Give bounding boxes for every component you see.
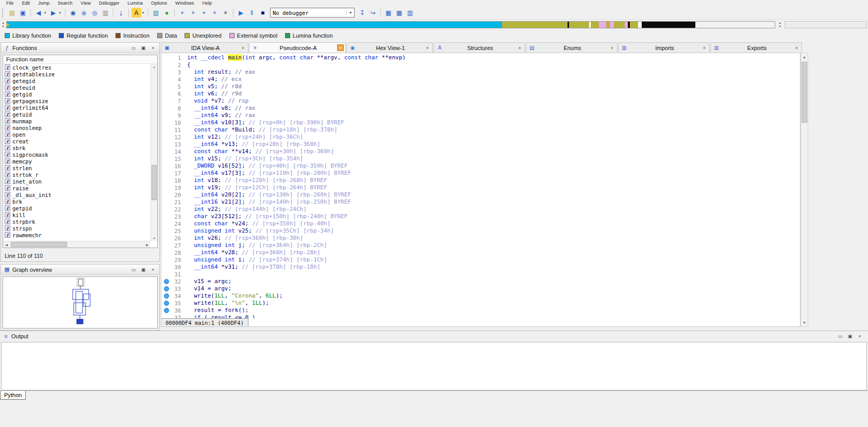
tab-ida-view-a[interactable]: ▣IDA View-A× [161, 42, 248, 53]
function-list-item-raise[interactable]: fraise [3, 185, 151, 191]
search-binary-icon[interactable]: ◎ [90, 8, 99, 18]
open-windows-icon[interactable]: ▦ [383, 8, 393, 18]
code-line-11[interactable]: 11 const char *Build; // [rsp+18h] [rbp-… [161, 126, 800, 134]
code-line-15[interactable]: 15 int v15; // [rsp+3Ch] [rbp-354h] [161, 155, 800, 162]
function-list-item-rawmemchr[interactable]: frawmemchr [3, 232, 151, 238]
pseudocode-vscrollbar[interactable]: ▲ ▼ [800, 53, 808, 327]
tab-close-icon[interactable]: × [516, 44, 523, 51]
code-line-10[interactable]: 10 __int64 v10[3]; // [rsp+0h] [rbp-390h… [161, 119, 800, 126]
python-tab[interactable]: Python [0, 391, 26, 400]
tiny-up-icon[interactable]: ▴ [779, 21, 780, 25]
highlight-more-icon[interactable]: ▾ [141, 8, 145, 18]
jump-forward-icon[interactable]: ▶ [48, 8, 58, 18]
navband-segment-0[interactable] [7, 22, 502, 28]
menu-item-file[interactable]: File [2, 0, 18, 6]
tab-hex-view-1[interactable]: ◉Hex View-1× [346, 42, 433, 53]
toolbar-drag-handle[interactable] [2, 8, 5, 18]
function-list-hscroll-track[interactable] [10, 241, 144, 248]
function-list-item-inet-aton[interactable]: finet_aton [3, 178, 151, 185]
print-icon[interactable]: ▥ [101, 8, 110, 18]
menu-item-options[interactable]: Options [147, 0, 171, 6]
code-line-6[interactable]: 6 int v6; // r9d [161, 90, 800, 97]
graph-overview-canvas[interactable] [3, 276, 158, 329]
breakpoint-dot[interactable] [164, 293, 169, 299]
code-line-28[interactable]: 28 __int64 *v28; // [rsp+368h] [rbp-28h] [161, 249, 800, 256]
function-list-item-getgid[interactable]: fgetgid [3, 91, 151, 97]
code-line-7[interactable]: 7 void *v7; // rsp [161, 97, 800, 105]
menu-item-edit[interactable]: Edit [18, 0, 35, 6]
function-list-item-kill[interactable]: fkill [3, 211, 151, 218]
code-line-32[interactable]: 32 v15 = argc; [161, 278, 800, 285]
function-list-item-sigprocmask[interactable]: fsigprocmask [3, 151, 151, 158]
debugger-start-icon[interactable]: ▶ [236, 8, 246, 18]
menu-item-help[interactable]: Help [198, 0, 216, 6]
function-list-hscroll-thumb[interactable] [11, 242, 67, 247]
function-list-item-getuid[interactable]: fgetuid [3, 111, 151, 118]
code-line-31[interactable]: 31 [161, 271, 800, 278]
navband[interactable] [6, 21, 775, 28]
breakpoint-dot[interactable] [164, 286, 169, 291]
breakpoint-dot[interactable] [164, 279, 169, 284]
navband-right-scroll[interactable]: ▴ ▾ [777, 20, 783, 29]
panel-float-button[interactable]: ▣ [139, 44, 147, 52]
scroll-right-icon[interactable]: ▶ [144, 241, 151, 248]
code-line-34[interactable]: 34 write(1LL, "Corona", 6LL); [161, 292, 800, 300]
code-line-27[interactable]: 27 unsigned int j; // [rsp+364h] [rbp-2C… [161, 242, 800, 249]
code-line-19[interactable]: 19 int v19; // [rsp+12Ch] [rbp-264h] BYR… [161, 184, 800, 191]
code-line-37[interactable]: 37 if ( result <= 0 ) [161, 314, 800, 318]
new-file-icon[interactable]: ▤ [7, 8, 17, 18]
tab-close-icon[interactable]: × [793, 44, 800, 51]
code-line-36[interactable]: 36 result = fork(); [161, 307, 800, 314]
function-list-item-strlen[interactable]: fstrlen [3, 165, 151, 171]
code-line-24[interactable]: 24 const char *v24; // [rsp+350h] [rbp-4… [161, 220, 800, 227]
navband-segment-5[interactable] [591, 22, 599, 28]
pseudocode-vscroll-thumb[interactable] [802, 62, 807, 123]
tab-close-icon[interactable]: × [609, 44, 615, 51]
menu-item-jump[interactable]: Jump [34, 0, 54, 6]
function-list-item-strspn[interactable]: fstrspn [3, 225, 151, 232]
jump-forward-more-icon[interactable]: ▾ [58, 8, 62, 18]
debugger-pause-icon[interactable]: ‖ [247, 8, 257, 18]
function-list-item-nanosleep[interactable]: fnanosleep [3, 124, 151, 131]
code-line-9[interactable]: 9 __int64 v9; // rax [161, 112, 800, 119]
search-names-icon[interactable]: ◉ [68, 8, 78, 18]
tiny-down-icon[interactable]: ▾ [779, 25, 780, 28]
function-list-hscrollbar[interactable]: ◀ ▶ [3, 241, 151, 248]
add-breakpoint-icon[interactable]: + [177, 8, 187, 18]
add-window-icon[interactable]: ▦ [394, 8, 404, 18]
function-list-item-getpagesize[interactable]: fgetpagesize [3, 97, 151, 104]
cancel-icon[interactable]: × [221, 8, 230, 18]
menu-item-view[interactable]: View [77, 0, 95, 6]
function-list-item-getpid[interactable]: fgetpid [3, 205, 151, 211]
breakpoint-dot[interactable] [164, 301, 169, 306]
function-list-item-getegid[interactable]: fgetegid [3, 77, 151, 84]
code-line-33[interactable]: 33 v14 = argv; [161, 285, 800, 292]
code-line-1[interactable]: 1int __cdecl main(int argc, const char *… [161, 54, 800, 61]
function-list-item-strtok-r[interactable]: fstrtok_r [3, 171, 151, 178]
tab-enums[interactable]: ▤Enums× [526, 42, 617, 53]
debugger-stop-icon[interactable]: ■ [258, 8, 268, 18]
tab-exports[interactable]: ▥Exports× [710, 42, 802, 53]
code-line-35[interactable]: 35 write(1LL, "\n", 1LL); [161, 300, 800, 307]
panel-close-button[interactable]: × [856, 333, 864, 340]
navband-position-marker[interactable] [6, 23, 10, 27]
panel-float-button[interactable]: ▣ [139, 266, 147, 273]
navband-segment-12[interactable] [630, 22, 638, 28]
code-line-21[interactable]: 21 __int16 v21[2]; // [rsp+140h] [rbp-25… [161, 199, 800, 206]
window-layout-icon[interactable]: ▥ [405, 8, 415, 18]
navband-segment-8[interactable] [610, 22, 613, 28]
code-line-18[interactable]: 18 int v18; // [rsp+128h] [rbp-268h] BYR… [161, 177, 800, 184]
code-line-22[interactable]: 22 int v22; // [rsp+144h] [rbp-24Ch] [161, 206, 800, 213]
function-list-vscrollbar[interactable]: ▴ ▾ [151, 64, 157, 241]
tiny-down-icon[interactable]: ▾ [2, 25, 4, 28]
navband-segment-1[interactable] [502, 22, 567, 28]
navband-segment-14[interactable] [642, 22, 695, 28]
code-line-12[interactable]: 12 int v12; // [rsp+24h] [rbp-36Ch] [161, 134, 800, 141]
panel-restore-button[interactable]: ▭ [129, 266, 138, 273]
code-line-13[interactable]: 13 __int64 *v13; // [rsp+28h] [rbp-368h] [161, 141, 800, 148]
panel-float-button[interactable]: ▣ [846, 333, 854, 340]
menu-item-search[interactable]: Search [54, 0, 77, 6]
scroll-down-icon[interactable]: ▼ [801, 319, 808, 326]
navband-segment-15[interactable] [695, 22, 774, 28]
navband-segment-13[interactable] [638, 22, 642, 28]
